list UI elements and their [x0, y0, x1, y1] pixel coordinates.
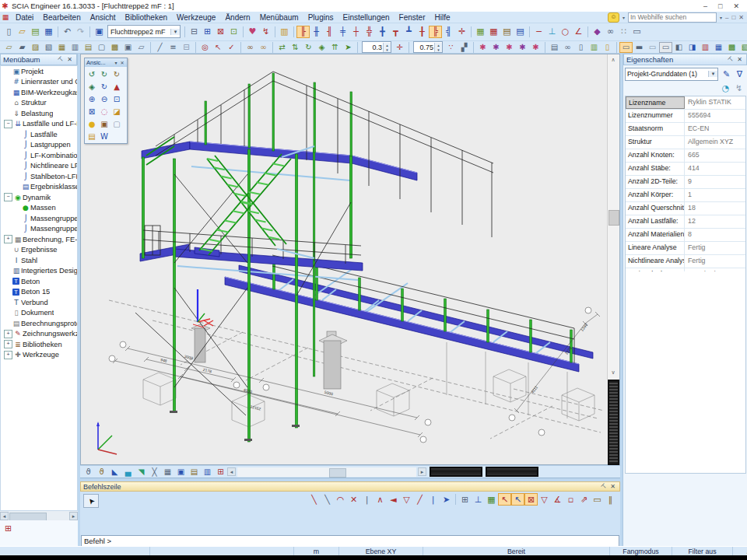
tree-item-beton[interactable]: TBeton	[1, 276, 77, 287]
snap-arc-center-icon[interactable]: ▽	[538, 493, 551, 506]
snap-perpendicular-icon[interactable]: ⊥	[472, 493, 485, 506]
redo-icon[interactable]: ↷	[74, 26, 87, 38]
close-button[interactable]: ✕	[733, 2, 739, 10]
tree-item-zeichnungswerkzeuge[interactable]: +✎Zeichnungswerkzeuge	[1, 329, 77, 340]
collapse-icon[interactable]: −	[4, 193, 12, 201]
select-by-property-icon[interactable]: ▤	[82, 42, 95, 53]
snap-extension-icon[interactable]: ⇗	[577, 493, 591, 506]
iso-view-icon[interactable]: ◈	[86, 80, 98, 93]
viewport-vertical-scrollbar[interactable]: ∧ ∨	[607, 54, 619, 380]
spin-arrows-icon[interactable]: ▴▾	[434, 43, 442, 52]
property-row-anzahl-2d-teile[interactable]: Anzahl 2D-Teile:9	[626, 176, 745, 189]
property-row-struktur[interactable]: StrukturAllgemein XYZ	[626, 136, 745, 149]
cut-section-icon[interactable]: ╱	[153, 42, 167, 53]
point-grid-icon[interactable]: ∷	[617, 26, 630, 38]
angle-tool-icon[interactable]: ∠	[572, 26, 585, 38]
save-icon[interactable]: ▦	[42, 26, 55, 38]
zoom-selection-icon[interactable]: ◌	[98, 105, 110, 117]
maximize-button[interactable]: □	[718, 2, 722, 10]
property-value[interactable]: Ryklin STATIK	[685, 96, 745, 109]
loads-display-icon[interactable]: ▧	[738, 42, 747, 53]
snap-vertical-icon[interactable]: |	[360, 493, 374, 506]
rotate-x-view-icon[interactable]: ↺	[86, 68, 98, 80]
label-loads-icon[interactable]: ✱	[503, 42, 516, 53]
wall-tool-icon[interactable]: ╬	[363, 26, 376, 38]
property-row-anzahl-stäbe[interactable]: Anzahl Stäbe:414	[626, 163, 745, 176]
open-project-icon[interactable]: ▱	[16, 26, 29, 38]
hidden-line-mode-icon[interactable]: ▭	[646, 42, 659, 53]
solid-mode-icon[interactable]: ◨	[686, 42, 699, 53]
property-value[interactable]: 1	[685, 189, 745, 201]
orbit-view-icon[interactable]: ↻	[98, 80, 110, 93]
project-window-icon[interactable]: ▣	[93, 26, 106, 38]
load-display-icon[interactable]: ∵	[444, 42, 458, 53]
property-value[interactable]: 665	[685, 149, 745, 162]
snap-intersection-icon[interactable]: ✕	[347, 493, 360, 506]
tree-item-berechnungsprotokoll[interactable]: ▤Berechnungsprotokoll	[1, 318, 77, 329]
scroll-thumb[interactable]	[9, 513, 47, 521]
select-members-icon[interactable]: ▱	[2, 42, 16, 53]
select-previous-icon[interactable]: ▥	[68, 42, 82, 53]
property-row-anzahl-materialien[interactable]: Anzahl Materialien:8	[626, 229, 745, 242]
close-panel-icon[interactable]: ✕	[608, 483, 617, 490]
expand-icon[interactable]: +	[4, 235, 12, 243]
print-icon[interactable]: ▤	[548, 42, 561, 53]
property-value[interactable]: Allgemein XYZ	[685, 136, 745, 149]
tree-item-lastgruppen[interactable]: ⌡Lastgruppen	[1, 140, 77, 151]
haunch-tool-icon[interactable]: ┻	[402, 26, 416, 38]
tree-item-lastfälle[interactable]: ⌡Lastfälle	[1, 129, 77, 140]
move-icon[interactable]: ⇄	[275, 42, 289, 53]
layers-icon[interactable]: ≡	[167, 42, 180, 53]
property-row-anzahl-knoten[interactable]: Anzahl Knoten:665	[626, 149, 745, 163]
menu-plugins[interactable]: Plugins	[303, 13, 338, 22]
docked-dark-panel-1[interactable]	[430, 467, 482, 477]
catalog-block-tool-icon[interactable]: ╣	[442, 26, 455, 38]
smiley-dropdown-icon[interactable]: ▾	[622, 15, 625, 20]
filter-property-icon[interactable]: ∇	[733, 68, 746, 80]
outline-mode-icon[interactable]: ▭	[659, 42, 672, 53]
tree-horizontal-scrollbar[interactable]: ◂ ▸	[0, 511, 78, 520]
menu-datei[interactable]: Datei	[11, 13, 38, 22]
expand-icon[interactable]: +	[4, 330, 12, 338]
snap-arc-icon[interactable]: ◠	[334, 493, 347, 506]
snap-midpoint-icon[interactable]: ▽	[400, 493, 413, 506]
label-supports-icon[interactable]: ✱	[529, 42, 542, 53]
close-panel-icon[interactable]: ✕	[735, 56, 744, 63]
mdi-restore-button[interactable]: □	[731, 14, 735, 21]
slab-tool-icon[interactable]: ╋	[376, 26, 389, 38]
tree-item-bim-werkzeugkasten[interactable]: ▦BIM-Werkzeugkasten	[1, 87, 77, 98]
view-params2-icon[interactable]: ϑ	[95, 467, 108, 478]
page-setup-icon[interactable]: ▯	[601, 42, 614, 53]
property-value[interactable]: 18	[685, 202, 745, 215]
favorites-icon[interactable]: ♥	[246, 26, 259, 38]
property-value[interactable]: 414	[685, 163, 745, 175]
select-by-layer-icon[interactable]: ▦	[55, 42, 68, 53]
property-value[interactable]: EC-EN	[685, 123, 745, 135]
zoom-all-icon[interactable]: ⊠	[86, 105, 98, 117]
clip-box-icon[interactable]: ◪	[110, 105, 123, 117]
tree-item-projekt[interactable]: ▣Projekt	[1, 66, 77, 77]
menu-bibliotheken[interactable]: Bibliotheken	[121, 13, 172, 22]
menu-bearbeiten[interactable]: Bearbeiten	[38, 13, 85, 22]
beam-tool-icon[interactable]: ╫	[310, 26, 323, 38]
hatch-display-icon[interactable]: ▞	[458, 42, 471, 53]
snap-grid-icon[interactable]: ⊞	[458, 493, 472, 506]
copy-add-icon[interactable]: ⊠	[214, 26, 227, 38]
cursor-snap-icon[interactable]: ➤	[440, 493, 453, 506]
tree-item-stahlbeton-lfk[interactable]: ⌡Stahlbeton-LFK	[1, 171, 77, 182]
tree-item-werkzeuge[interactable]: +✚Werkzeuge	[1, 350, 77, 361]
unlink-members-icon[interactable]: ∞	[257, 42, 270, 53]
tree-item-struktur[interactable]: ⌂Struktur	[1, 98, 77, 109]
pointer-select-icon[interactable]: ↖	[212, 42, 225, 53]
property-row-lineare-analyse[interactable]: Lineare AnalyseFertig	[626, 242, 745, 255]
edit-property-icon[interactable]: ✎	[720, 68, 733, 80]
menu-ändern[interactable]: Ändern	[220, 13, 254, 22]
copy-multi-icon[interactable]: ⇅	[289, 42, 302, 53]
scroll-up-icon[interactable]: ∧	[608, 54, 619, 65]
tree-item-beton-15[interactable]: TBeton 15	[1, 287, 77, 298]
spin-value[interactable]: 0.75	[414, 44, 434, 51]
tree-item-massengruppen-kombi[interactable]: ⌡Massengruppen-Kombi	[1, 224, 77, 235]
light-icon[interactable]: ●	[86, 117, 98, 130]
expand-icon[interactable]: +	[4, 351, 12, 359]
snap-point-icon[interactable]: ↖	[498, 493, 511, 506]
